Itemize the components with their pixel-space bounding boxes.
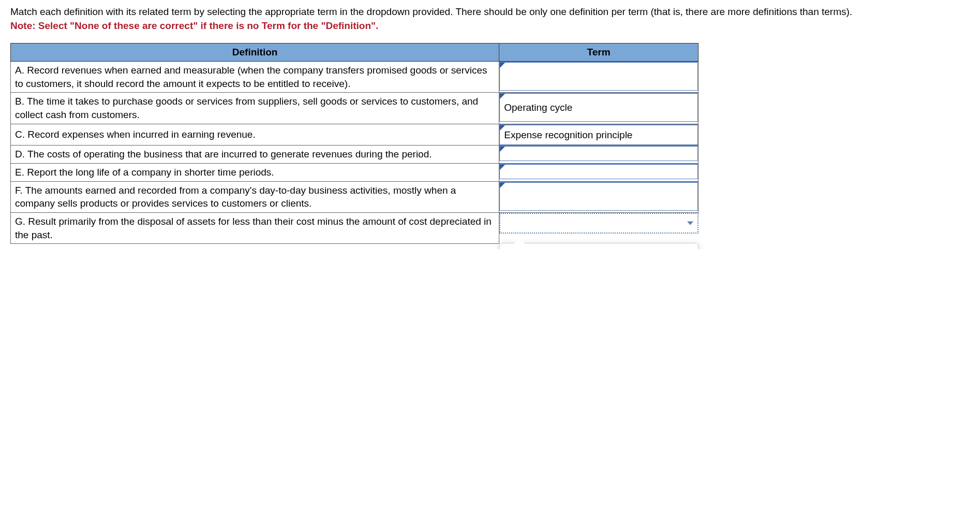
dropdown-indicator-icon xyxy=(500,183,505,188)
header-term: Term xyxy=(499,44,699,62)
definition-cell: C. Record expenses when incurred in earn… xyxy=(11,124,499,146)
chevron-down-icon xyxy=(687,221,693,225)
term-value: Expense recognition principle xyxy=(504,129,632,140)
term-dropdown-d[interactable] xyxy=(499,146,698,161)
term-dropdown-b[interactable]: Operating cycle xyxy=(499,93,698,122)
instructions: Match each definition with its related t… xyxy=(10,5,970,33)
definition-cell: D. The costs of operating the business t… xyxy=(11,146,499,164)
match-table: Definition Term A. Record revenues when … xyxy=(10,43,699,244)
table-row: A. Record revenues when earned and measu… xyxy=(11,62,699,93)
header-definition: Definition xyxy=(11,44,499,62)
definition-cell: G. Result primarily from the disposal of… xyxy=(11,212,499,243)
term-dropdown-e[interactable] xyxy=(499,164,698,179)
definition-cell: F. The amounts earned and recorded from … xyxy=(11,181,499,212)
term-dropdown-a[interactable] xyxy=(499,62,698,91)
definition-cell: B. The time it takes to purchase goods o… xyxy=(11,93,499,124)
dropdown-indicator-icon xyxy=(500,94,505,99)
term-dropdown-f[interactable] xyxy=(499,182,698,211)
dropdown-indicator-icon xyxy=(500,147,505,152)
dropdown-panel: Expense recognition principle Losses Ope… xyxy=(499,243,699,249)
table-row: G. Result primarily from the disposal of… xyxy=(11,212,699,243)
definition-cell: E. Report the long life of a company in … xyxy=(11,164,499,182)
dropdown-indicator-icon xyxy=(500,125,505,130)
term-dropdown-g[interactable] xyxy=(499,213,698,234)
instructions-note: Note: Select "None of these are correct"… xyxy=(10,20,378,31)
dropdown-indicator-icon xyxy=(500,165,505,170)
table-row: D. The costs of operating the business t… xyxy=(11,146,699,164)
instructions-text: Match each definition with its related t… xyxy=(10,6,852,17)
dropdown-indicator-icon xyxy=(500,63,505,68)
term-dropdown-c[interactable]: Expense recognition principle xyxy=(499,124,698,146)
table-row: B. The time it takes to purchase goods o… xyxy=(11,93,699,124)
table-row: F. The amounts earned and recorded from … xyxy=(11,181,699,212)
table-row: E. Report the long life of a company in … xyxy=(11,164,699,182)
definition-cell: A. Record revenues when earned and measu… xyxy=(11,62,499,93)
term-value: Operating cycle xyxy=(504,101,572,114)
table-row: C. Record expenses when incurred in earn… xyxy=(11,124,699,146)
